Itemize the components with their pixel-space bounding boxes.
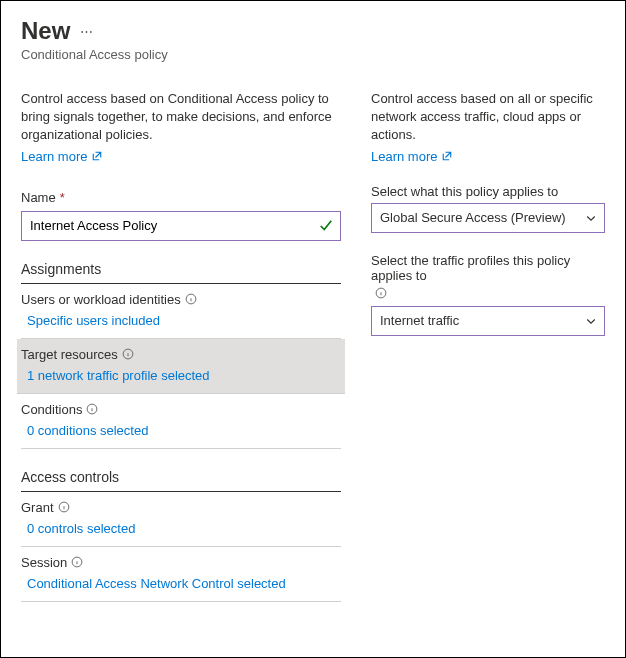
conditions-item[interactable]: Conditions 0 conditions selected [21,394,341,449]
required-indicator: * [60,190,65,205]
info-icon[interactable] [122,348,134,360]
conditions-item-value[interactable]: 0 conditions selected [27,423,341,438]
applies-to-label: Select what this policy applies to [371,184,605,199]
conditions-item-label: Conditions [21,402,82,417]
info-icon[interactable] [185,293,197,305]
users-item-label: Users or workload identities [21,292,181,307]
session-item-value[interactable]: Conditional Access Network Control selec… [27,576,341,591]
link-label: Learn more [21,149,87,164]
access-controls-section-header: Access controls [21,469,341,492]
policy-name-input[interactable] [21,211,341,241]
name-label-text: Name [21,190,56,205]
applies-to-select[interactable]: Global Secure Access (Preview) [371,203,605,233]
grant-item[interactable]: Grant 0 controls selected [21,492,341,547]
users-item-value[interactable]: Specific users included [27,313,341,328]
link-label: Learn more [371,149,437,164]
info-icon[interactable] [71,556,83,568]
validation-check-icon [319,219,333,233]
grant-item-value[interactable]: 0 controls selected [27,521,341,536]
traffic-profiles-label: Select the traffic profiles this policy … [371,253,605,283]
target-item-value[interactable]: 1 network traffic profile selected [27,368,341,383]
target-item-label: Target resources [21,347,118,362]
target-resources-item[interactable]: Target resources 1 network traffic profi… [17,339,345,394]
traffic-profiles-value: Internet traffic [380,313,459,328]
assignments-section-header: Assignments [21,261,341,284]
right-intro-text: Control access based on all or specific … [371,90,605,145]
more-actions-button[interactable]: ⋯ [80,24,94,39]
grant-item-label: Grant [21,500,54,515]
page-title: New [21,17,70,45]
left-learn-more-link[interactable]: Learn more [21,149,103,164]
external-link-icon [91,150,103,162]
session-item[interactable]: Session Conditional Access Network Contr… [21,547,341,602]
applies-to-value: Global Secure Access (Preview) [380,210,566,225]
session-item-label: Session [21,555,67,570]
left-intro-text: Control access based on Conditional Acce… [21,90,341,145]
info-icon[interactable] [58,501,70,513]
page-subtitle: Conditional Access policy [21,47,605,62]
external-link-icon [441,150,453,162]
right-learn-more-link[interactable]: Learn more [371,149,453,164]
users-item[interactable]: Users or workload identities Specific us… [21,284,341,339]
name-field-label: Name * [21,190,341,205]
traffic-profiles-select[interactable]: Internet traffic [371,306,605,336]
info-icon[interactable] [86,403,98,415]
info-icon[interactable] [375,287,387,299]
